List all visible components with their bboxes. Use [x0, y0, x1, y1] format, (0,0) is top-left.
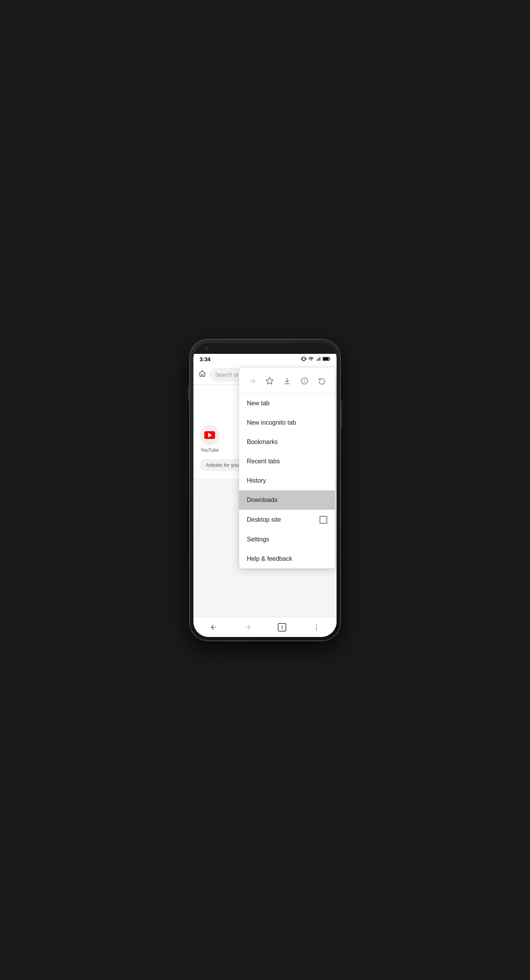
phone-inner: 3:34 — [193, 343, 337, 637]
battery-icon — [323, 357, 330, 362]
menu-item-new-incognito-tab[interactable]: New incognito tab — [239, 413, 335, 432]
settings-label: Settings — [247, 536, 269, 543]
desktop-site-checkbox[interactable] — [320, 516, 327, 524]
desktop-site-label: Desktop site — [247, 516, 281, 523]
dropdown-overlay[interactable]: New tab New incognito tab Bookmarks Rece… — [193, 365, 337, 637]
svg-rect-1 — [323, 358, 328, 360]
menu-item-bookmarks[interactable]: Bookmarks — [239, 432, 335, 452]
menu-item-desktop-site[interactable]: Desktop site — [239, 510, 335, 530]
dropdown-icons-row — [239, 368, 335, 394]
browser-area: Search or type — [193, 365, 337, 637]
new-tab-label: New tab — [247, 400, 270, 407]
menu-item-settings[interactable]: Settings — [239, 530, 335, 549]
dropdown-menu: New tab New incognito tab Bookmarks Rece… — [239, 368, 335, 569]
history-label: History — [247, 477, 266, 484]
forward-btn[interactable] — [245, 374, 259, 388]
phone-top-bar — [193, 343, 337, 354]
new-incognito-tab-label: New incognito tab — [247, 419, 296, 426]
menu-item-recent-tabs[interactable]: Recent tabs — [239, 452, 335, 471]
page-download-btn[interactable] — [280, 374, 294, 388]
help-feedback-label: Help & feedback — [247, 555, 292, 562]
reload-btn[interactable] — [315, 374, 329, 388]
wifi-icon — [308, 356, 314, 362]
status-bar: 3:34 — [193, 354, 337, 365]
camera-notch — [205, 346, 210, 351]
signal-icon — [316, 356, 321, 362]
menu-item-help-feedback[interactable]: Help & feedback — [239, 549, 335, 569]
menu-item-history[interactable]: History — [239, 471, 335, 490]
status-time: 3:34 — [200, 356, 210, 362]
info-btn[interactable] — [297, 374, 311, 388]
menu-item-downloads[interactable]: Downloads — [239, 490, 335, 510]
recent-tabs-label: Recent tabs — [247, 458, 280, 465]
bookmark-btn[interactable] — [263, 374, 277, 388]
phone-outer: 3:34 — [190, 339, 340, 641]
svg-point-2 — [301, 378, 308, 384]
status-icons — [301, 356, 330, 362]
speaker-notch — [250, 347, 280, 350]
bookmarks-label: Bookmarks — [247, 439, 278, 446]
screen: 3:34 — [193, 354, 337, 637]
downloads-label: Downloads — [247, 497, 277, 504]
menu-item-new-tab[interactable]: New tab — [239, 394, 335, 413]
vibrate-icon — [301, 356, 306, 362]
